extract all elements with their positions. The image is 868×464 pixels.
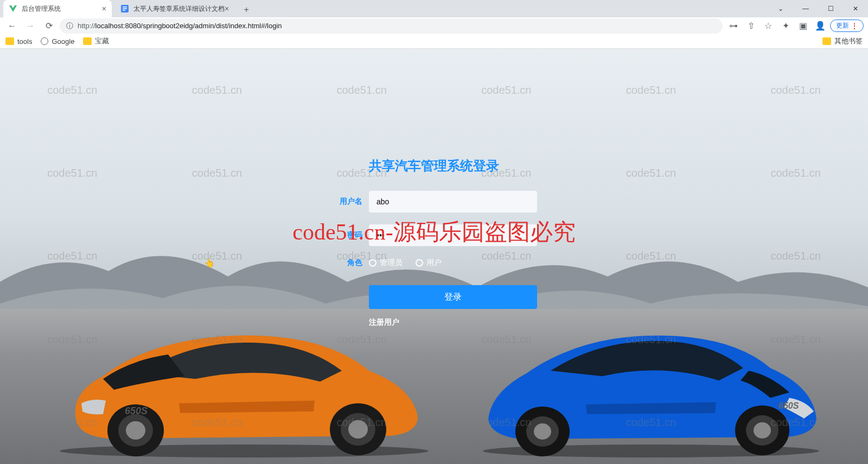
- svg-point-10: [348, 420, 368, 439]
- chevron-down-icon[interactable]: ⌄: [768, 0, 793, 17]
- sidepanel-icon[interactable]: ▣: [795, 18, 810, 34]
- reload-button[interactable]: ⟳: [41, 18, 56, 34]
- extensions-icon[interactable]: ✦: [778, 18, 793, 34]
- login-form: 共享汽车管理系统登录 用户名 密码 角色 管理员 用户 登录 注册用: [331, 157, 537, 327]
- share-icon[interactable]: ⇧: [743, 18, 758, 34]
- username-input[interactable]: [369, 191, 537, 212]
- info-icon: ⓘ: [66, 21, 73, 31]
- svg-rect-2: [123, 8, 127, 9]
- bookmarks-bar: tools Google 宝藏 其他书签: [0, 35, 868, 49]
- folder-icon: [822, 37, 831, 45]
- bookmark-other[interactable]: 其他书签: [822, 36, 863, 46]
- minimize-button[interactable]: —: [793, 0, 818, 17]
- username-label: 用户名: [331, 197, 369, 207]
- update-button[interactable]: 更新 ⋮: [830, 20, 864, 32]
- svg-text:650S: 650S: [125, 405, 148, 416]
- back-button[interactable]: ←: [4, 18, 20, 34]
- url-prefix: http://: [78, 22, 95, 30]
- key-icon[interactable]: ⊶: [726, 18, 741, 34]
- role-radio-group: 管理员 用户: [369, 258, 537, 268]
- url-text: localhost:8080/springboot2eidg/admin/dis…: [95, 22, 282, 30]
- url-input[interactable]: ⓘ http://localhost:8080/springboot2eidg/…: [60, 18, 723, 34]
- page-content: 650S 650S code51.cncode51.cncode51.cncod…: [0, 49, 868, 464]
- svg-rect-3: [123, 10, 125, 11]
- role-admin-option[interactable]: 管理员: [369, 258, 403, 268]
- bookmark-google[interactable]: Google: [41, 37, 74, 46]
- login-button[interactable]: 登录: [369, 285, 537, 309]
- toolbar-right: ⊶ ⇧ ☆ ✦ ▣ 👤 更新 ⋮: [726, 18, 864, 34]
- password-row: 密码: [331, 224, 537, 246]
- close-icon[interactable]: ×: [225, 4, 229, 13]
- tab-title: 太平人寿签章系统详细设计文档: [133, 4, 225, 14]
- tab-title: 后台管理系统: [22, 4, 61, 14]
- role-label: 角色: [331, 258, 369, 268]
- password-input[interactable]: [369, 224, 537, 246]
- tab-strip: 后台管理系统 × 太平人寿签章系统详细设计文档 × + ⌄ — ☐ ✕: [0, 0, 868, 17]
- new-tab-button[interactable]: +: [239, 2, 254, 17]
- svg-text:650S: 650S: [778, 401, 799, 410]
- address-bar: ← → ⟳ ⓘ http://localhost:8080/springboot…: [0, 17, 868, 35]
- window-controls: ⌄ — ☐ ✕: [768, 0, 868, 17]
- folder-icon: [83, 37, 92, 45]
- globe-icon: [41, 37, 48, 45]
- role-row: 角色 管理员 用户: [331, 258, 537, 268]
- username-row: 用户名: [331, 191, 537, 212]
- login-title: 共享汽车管理系统登录: [331, 157, 537, 175]
- svg-rect-1: [123, 7, 127, 8]
- svg-point-18: [754, 422, 771, 439]
- vue-icon: [9, 4, 17, 13]
- svg-point-15: [534, 423, 551, 440]
- tab-active[interactable]: 后台管理系统 ×: [3, 0, 112, 17]
- star-icon[interactable]: ☆: [761, 18, 776, 34]
- car-orange-image: 650S: [43, 306, 445, 457]
- svg-point-7: [126, 421, 145, 440]
- pointer-cursor-icon: 👆: [204, 257, 215, 268]
- forward-button[interactable]: →: [23, 18, 38, 34]
- bookmark-treasure[interactable]: 宝藏: [83, 36, 109, 46]
- radio-icon: [369, 259, 376, 267]
- doc-icon: [120, 4, 129, 13]
- car-blue-image: 650S: [467, 311, 835, 457]
- close-button[interactable]: ✕: [843, 0, 868, 17]
- password-label: 密码: [331, 230, 369, 240]
- register-link[interactable]: 注册用户: [369, 318, 537, 327]
- profile-icon[interactable]: 👤: [813, 18, 828, 34]
- close-icon[interactable]: ×: [102, 4, 106, 13]
- tab-inactive[interactable]: 太平人寿签章系统详细设计文档 ×: [115, 0, 234, 17]
- role-user-option[interactable]: 用户: [416, 258, 442, 268]
- browser-chrome: 后台管理系统 × 太平人寿签章系统详细设计文档 × + ⌄ — ☐ ✕ ← → …: [0, 0, 868, 49]
- radio-icon: [416, 259, 423, 267]
- maximize-button[interactable]: ☐: [818, 0, 843, 17]
- bookmark-tools[interactable]: tools: [5, 37, 32, 46]
- menu-icon: ⋮: [851, 22, 858, 30]
- folder-icon: [5, 37, 14, 45]
